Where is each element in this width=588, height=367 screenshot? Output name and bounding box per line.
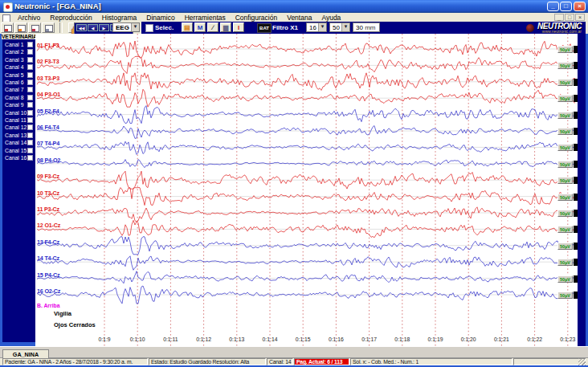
open-study-button[interactable] — [14, 22, 27, 33]
filter-high-value: 50 — [333, 24, 340, 31]
channel-checkbox-14[interactable] — [27, 140, 33, 145]
montage-m-button[interactable]: M — [194, 22, 206, 32]
child-restore-button[interactable]: □ — [565, 14, 574, 21]
channel-label-7: Canal 7 — [5, 87, 23, 92]
menu-histograma[interactable]: Histograma — [97, 13, 141, 22]
chevron-down-icon[interactable]: ▼ — [341, 23, 349, 31]
channel-label-6: Canal 6 — [5, 80, 23, 85]
menu-reproduccin[interactable]: Reproducción — [45, 13, 96, 22]
menu-archivo[interactable]: Archivo — [13, 13, 45, 22]
scale-button-09[interactable]: 50µV — [557, 177, 573, 184]
scale-button-04[interactable]: 50µV — [557, 95, 573, 102]
eeg-trace-06 — [37, 126, 575, 139]
histogram-tool-button[interactable]: ▆ — [220, 22, 231, 32]
application-window: Neutronic - [FGA_NINA] _ □ × ArchivoRepr… — [0, 0, 588, 367]
channel-checkbox-5[interactable] — [27, 72, 33, 78]
scale-button-05[interactable]: 50µV — [557, 112, 573, 119]
child-close-button[interactable]: × — [575, 14, 585, 21]
scale-button-01[interactable]: 50µV — [557, 46, 573, 53]
minimize-button[interactable]: _ — [547, 2, 559, 11]
channel-checkbox-1[interactable] — [27, 42, 33, 47]
sidebar-channel-row: Canal 6 — [2, 79, 35, 86]
filter-high-dropdown[interactable]: 50 ▼ — [329, 22, 350, 32]
selec-checkbox[interactable] — [145, 24, 153, 32]
sidebar-channel-row: Canal 15 — [2, 147, 35, 154]
channel-checkbox-2[interactable] — [27, 49, 33, 55]
chevron-down-icon[interactable]: ▼ — [318, 23, 326, 31]
trace-label-11: 11 P3-Cz — [37, 206, 59, 213]
channel-checkbox-7[interactable] — [27, 87, 33, 92]
print-study-button[interactable] — [42, 22, 55, 33]
trace-label-14: 14 T4-Cz — [37, 255, 59, 262]
menu-ventana[interactable]: Ventana — [282, 13, 316, 22]
channel-label-14: Canal 14 — [5, 140, 27, 145]
title-bar: Neutronic - [FGA_NINA] _ □ × — [0, 0, 588, 13]
menu-ayuda[interactable]: Ayuda — [316, 13, 345, 22]
channel-checkbox-9[interactable] — [27, 102, 33, 108]
pencil-tool-button[interactable]: ∕ — [207, 22, 218, 32]
trace-label-10: 10 T3-Cz — [37, 190, 59, 197]
menu-configuracin[interactable]: Configuración — [231, 13, 282, 22]
scale-button-13[interactable]: 50µV — [557, 243, 573, 250]
channel-checkbox-8[interactable] — [27, 95, 33, 100]
new-study-button[interactable] — [1, 22, 14, 33]
save-study-icon — [31, 25, 39, 32]
right-panel-strip — [578, 34, 586, 346]
menu-herramientas[interactable]: Herramientas — [180, 13, 231, 22]
scale-button-14[interactable]: 50µV — [557, 259, 573, 266]
channel-sidebar: Canal 1Canal 2Canal 3Canal 4Canal 5Canal… — [2, 39, 35, 342]
scale-button-15[interactable]: 50µV — [557, 275, 573, 283]
scale-button-10[interactable]: 50µV — [557, 194, 573, 201]
scale-button-12[interactable]: 50µV — [557, 226, 573, 233]
scale-button-11[interactable]: 50µV — [557, 210, 573, 217]
scale-button-08[interactable]: 50µV — [557, 161, 573, 168]
restore-button[interactable]: □ — [560, 2, 572, 11]
channel-checkbox-3[interactable] — [27, 57, 33, 63]
events-note-button[interactable]: ▤ — [182, 22, 193, 32]
selec-label: Selec. — [155, 24, 174, 31]
time-tick-label: 0:1:19 — [423, 336, 447, 342]
sidebar-channel-row: Canal 14 — [2, 139, 35, 146]
caliper-tool-button[interactable]: I — [233, 22, 244, 32]
channel-checkbox-6[interactable] — [27, 80, 33, 85]
time-tick-label: 0:1:13 — [225, 336, 249, 342]
time-tick-label: 0:1:12 — [192, 336, 216, 342]
print-study-icon — [45, 25, 53, 32]
close-button[interactable]: × — [574, 2, 586, 11]
resize-grip[interactable] — [578, 358, 586, 365]
scale-button-16[interactable]: 50µV — [557, 292, 573, 299]
mode-dropdown[interactable]: EEG ▼ — [112, 22, 140, 32]
status-page: Pag. Actual: 6 / 113 — [294, 358, 349, 365]
channel-checkbox-13[interactable] — [27, 133, 33, 138]
sidebar-channel-row: Canal 8 — [2, 94, 35, 101]
menu-dinamico[interactable]: Dinamico — [141, 13, 179, 22]
channel-checkbox-10[interactable] — [27, 110, 33, 116]
scale-button-03[interactable]: 50µV — [557, 79, 573, 86]
first-page-button[interactable]: ◀◀ — [76, 24, 87, 31]
channel-checkbox-16[interactable] — [27, 155, 33, 161]
channel-checkbox-12[interactable] — [27, 124, 33, 130]
filter-low-dropdown[interactable]: 16 ▼ — [306, 22, 327, 32]
scale-button-02[interactable]: 50µV — [557, 62, 573, 69]
scale-button-06[interactable]: 50µV — [557, 128, 573, 135]
speed-input[interactable]: 30 mm — [353, 22, 380, 32]
channel-checkbox-4[interactable] — [27, 64, 33, 70]
chevron-down-icon[interactable]: ▼ — [131, 23, 139, 31]
speed-unit-label: mm — [365, 24, 375, 31]
eeg-plot-area[interactable]: B. Arriba Vigilia Ojos Cerrados 0:1:90:1… — [35, 34, 578, 346]
filter-label: Filtro X1 — [272, 24, 298, 31]
channel-checkbox-15[interactable] — [27, 148, 33, 153]
time-tick-label: 0:1:23 — [556, 336, 578, 342]
channel-checkbox-11[interactable] — [27, 117, 33, 123]
scale-button-07[interactable]: 50µV — [557, 144, 573, 151]
save-study-button[interactable] — [28, 22, 41, 33]
sidebar-channel-row: Canal 1 — [2, 41, 35, 48]
child-minimize-button[interactable]: _ — [554, 14, 564, 21]
bat-button[interactable]: BAT — [257, 23, 272, 33]
new-study-icon — [4, 25, 12, 32]
prev-page-button[interactable]: ◀ — [88, 24, 98, 31]
status-measures: Sol. x: - Cob. Med.: - Num.: 1 — [350, 358, 512, 365]
play-button[interactable]: ▶ — [99, 24, 109, 31]
tab-study[interactable]: GA_NINA — [2, 349, 49, 358]
trace-label-16: 16 O2-Cz — [37, 287, 60, 295]
